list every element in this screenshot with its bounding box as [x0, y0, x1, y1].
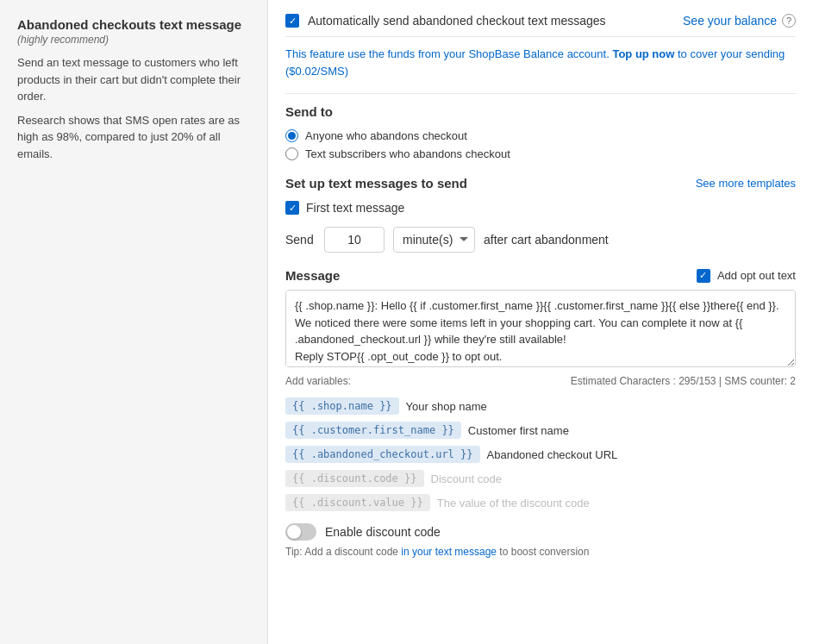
desc-1: Send an text message to customers who le…: [17, 54, 250, 105]
checkmark-icon-3: ✓: [699, 271, 707, 280]
send-label: Send: [285, 233, 316, 247]
radio-subscribers-label: Text subscribers who abandons checkout: [305, 147, 510, 160]
add-vars-label: Add variables:: [285, 375, 351, 387]
help-icon[interactable]: ?: [782, 14, 796, 28]
auto-send-checkbox[interactable]: ✓: [285, 14, 299, 28]
var-desc-checkout-url: Abandoned checkout URL: [487, 448, 618, 461]
discount-toggle-row: Enable discount code: [285, 523, 796, 541]
desc-2: Research shows that SMS open rates are a…: [17, 112, 250, 163]
see-more-templates-link[interactable]: See more templates: [696, 177, 796, 190]
char-count-row: Add variables: Estimated Characters : 29…: [285, 375, 796, 387]
recommend-label: (highly recommend): [17, 34, 250, 46]
info-before: This feature use the funds from your Sho…: [285, 47, 610, 60]
var-desc-first-name: Customer first name: [468, 424, 569, 437]
variable-rows: {{ .shop.name }} Your shop name {{ .cust…: [285, 397, 796, 511]
first-message-row: ✓ First text message: [285, 201, 796, 215]
checkmark-icon-2: ✓: [289, 203, 297, 213]
divider-1: [285, 93, 796, 94]
variable-row-checkout-url: {{ .abandoned_checkout.url }} Abandoned …: [285, 446, 796, 463]
send-row: Send minute(s) hour(s) day(s) after cart…: [285, 227, 796, 253]
opt-out-label: Add opt out text: [717, 269, 796, 282]
send-input[interactable]: [324, 227, 385, 253]
unit-select[interactable]: minute(s) hour(s) day(s): [393, 227, 475, 253]
var-desc-discount-value: The value of the discount code: [437, 497, 590, 510]
tip-prefix: Tip: Add a discount code: [285, 546, 401, 558]
tip-link[interactable]: in your text message: [401, 546, 497, 558]
auto-send-left: ✓ Automatically send abandoned checkout …: [285, 14, 606, 28]
send-to-group: Anyone who abandons checkout Text subscr…: [285, 129, 796, 160]
var-tag-first-name[interactable]: {{ .customer.first_name }}: [285, 422, 461, 439]
radio-row-anyone: Anyone who abandons checkout: [285, 129, 796, 142]
char-count: Estimated Characters : 295/153 | SMS cou…: [571, 375, 796, 387]
after-label: after cart abandonment: [484, 233, 609, 247]
variable-row-shop: {{ .shop.name }} Your shop name: [285, 397, 796, 415]
var-tag-discount-code: {{ .discount.code }}: [285, 470, 424, 487]
variable-row-discount-code: {{ .discount.code }} Discount code: [285, 470, 796, 487]
var-tag-checkout-url[interactable]: {{ .abandoned_checkout.url }}: [285, 446, 480, 463]
set-up-header: Set up text messages to send See more te…: [285, 176, 796, 191]
toggle-thumb: [287, 525, 301, 539]
set-up-title: Set up text messages to send: [285, 176, 467, 191]
var-tag-shop[interactable]: {{ .shop.name }}: [285, 397, 399, 415]
first-message-checkbox[interactable]: ✓: [285, 201, 299, 215]
discount-toggle[interactable]: [285, 523, 316, 541]
opt-out-row: ✓ Add opt out text: [697, 269, 796, 283]
message-header: Message ✓ Add opt out text: [285, 268, 796, 283]
send-to-title: Send to: [285, 104, 796, 119]
tip-suffix: to boost conversion: [497, 546, 589, 558]
auto-send-right: See your balance ?: [683, 14, 796, 28]
page-title: Abandoned checkouts text message: [17, 17, 250, 32]
left-panel: Abandoned checkouts text message (highly…: [0, 0, 267, 644]
auto-send-label: Automatically send abandoned checkout te…: [308, 14, 606, 28]
radio-anyone[interactable]: [285, 129, 298, 142]
tip-text: Tip: Add a discount code in your text me…: [285, 546, 796, 558]
variable-row-first-name: {{ .customer.first_name }} Customer firs…: [285, 422, 796, 439]
see-balance-link[interactable]: See your balance: [683, 14, 777, 28]
message-textarea[interactable]: {{ .shop.name }}: Hello {{ if .customer.…: [285, 290, 796, 367]
auto-send-row: ✓ Automatically send abandoned checkout …: [285, 14, 796, 37]
info-text: This feature use the funds from your Sho…: [285, 46, 796, 79]
var-tag-discount-value: {{ .discount.value }}: [285, 494, 430, 511]
var-desc-shop: Your shop name: [406, 400, 487, 413]
radio-row-subscribers: Text subscribers who abandons checkout: [285, 147, 796, 160]
message-title: Message: [285, 268, 340, 283]
message-box-wrapper: {{ .shop.name }}: Hello {{ if .customer.…: [285, 290, 796, 370]
right-panel: ✓ Automatically send abandoned checkout …: [267, 0, 813, 644]
first-message-label: First text message: [306, 201, 404, 215]
variable-row-discount-value: {{ .discount.value }} The value of the d…: [285, 494, 796, 511]
radio-anyone-label: Anyone who abandons checkout: [305, 129, 467, 142]
discount-toggle-label: Enable discount code: [325, 525, 441, 539]
opt-out-checkbox[interactable]: ✓: [697, 269, 710, 283]
top-up-link[interactable]: Top up now: [612, 47, 674, 60]
checkmark-icon: ✓: [289, 16, 297, 26]
var-desc-discount-code: Discount code: [431, 472, 502, 485]
radio-subscribers[interactable]: [285, 147, 298, 160]
